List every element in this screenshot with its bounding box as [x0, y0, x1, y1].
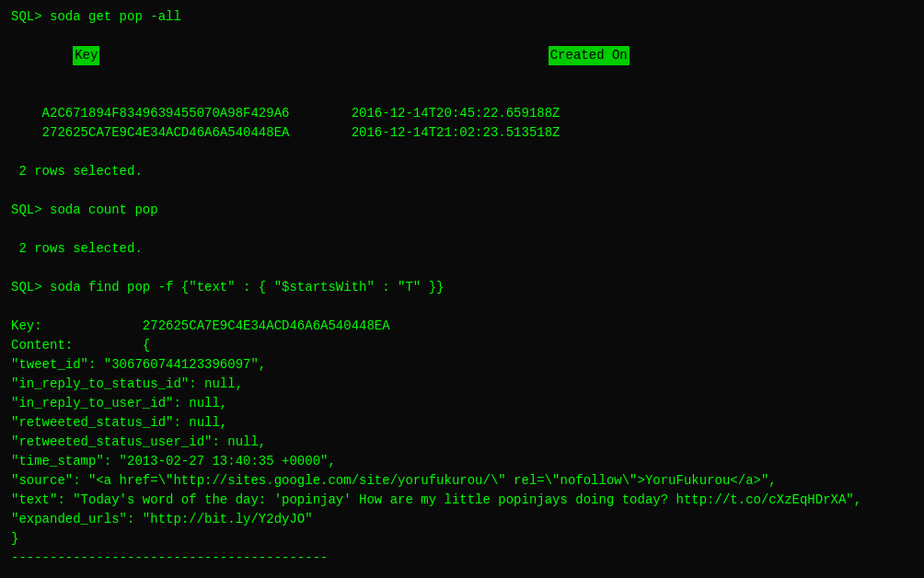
json-source: "source": "<a href=\"http://sites.google… [11, 471, 913, 491]
result-2: 2 rows selected. [11, 239, 913, 259]
command-line-2: SQL> soda count pop [11, 201, 913, 220]
col1-spacer [42, 48, 74, 63]
json-text: "text": "Today's word of the day: 'popin… [11, 491, 913, 510]
json-retweet-user: "retweeted_status_user_id": null, [11, 433, 913, 452]
content-open: Content: { [11, 336, 913, 355]
empty-line-6 [11, 297, 913, 317]
terminal-window: SQL> soda get pop -all Key Created On A2… [11, 7, 913, 578]
json-close: } [11, 529, 913, 549]
empty-line-5 [11, 259, 913, 278]
json-reply-user: "in_reply_to_user_id": null, [11, 394, 913, 413]
col-gap [99, 48, 548, 63]
data-row-2: 272625CA7E9C4E34ACD46A6A540448EA 2016-12… [11, 123, 913, 143]
empty-line-3 [11, 181, 913, 201]
json-timestamp: "time_stamp": "2013-02-27 13:40:35 +0000… [11, 452, 913, 471]
key-line: Key: 272625CA7E9C4E34ACD46A6A540448EA [11, 317, 913, 336]
header-row: Key Created On [11, 27, 913, 85]
created-on-header: Created On [549, 46, 629, 65]
key-header: Key [73, 46, 99, 65]
empty-line-1 [11, 85, 913, 104]
empty-line-4 [11, 220, 913, 239]
json-urls: "expanded_urls": "http://bit.ly/Y2dyJO" [11, 510, 913, 529]
data-row-1: A2C671894F8349639455070A98F429A6 2016-12… [11, 104, 913, 123]
separator-line: ----------------------------------------… [11, 549, 913, 568]
empty-line-2 [11, 143, 913, 162]
command-line-1: SQL> soda get pop -all [11, 7, 913, 27]
empty-line-7 [11, 568, 913, 578]
command-line-3: SQL> soda find pop -f {"text" : { "$star… [11, 278, 913, 297]
json-tweet-id: "tweet_id": "306760744123396097", [11, 355, 913, 375]
result-1: 2 rows selected. [11, 162, 913, 181]
json-reply-status: "in_reply_to_status_id": null, [11, 375, 913, 394]
prompt-3: SQL> soda find pop -f {"text" : { "$star… [11, 280, 444, 295]
json-retweet-status: "retweeted_status_id": null, [11, 413, 913, 433]
prompt-1: SQL> soda get pop -all [11, 9, 181, 24]
prompt-2: SQL> soda count pop [11, 202, 158, 217]
